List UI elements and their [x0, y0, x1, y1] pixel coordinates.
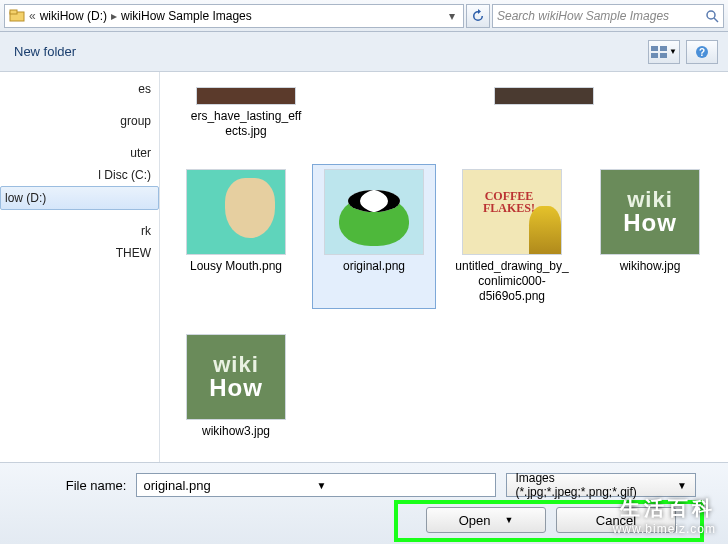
crumb-folder[interactable]: wikiHow Sample Images	[121, 9, 252, 23]
chevron-right-icon: ▸	[111, 9, 117, 23]
file-label: untitled_drawing_by_conlimic000-d5i69o5.…	[455, 259, 569, 304]
filename-label: File name:	[54, 478, 126, 493]
nav-item[interactable]: es	[0, 78, 159, 100]
open-button[interactable]: Open ▼	[426, 507, 546, 533]
dropdown-icon[interactable]: ▼	[316, 480, 489, 491]
svg-rect-7	[660, 53, 667, 58]
file-item[interactable]	[482, 82, 606, 114]
refresh-button[interactable]	[466, 4, 490, 28]
file-filter-select[interactable]: Images (*.jpg;*.jpeg;*.png;*.gif) ▼	[506, 473, 696, 497]
file-label: original.png	[343, 259, 405, 274]
thumbnail	[324, 169, 424, 255]
nav-item[interactable]: l Disc (C:)	[0, 164, 159, 186]
thumbnail	[196, 87, 296, 105]
file-item[interactable]: wikiHow wikihow.jpg	[588, 164, 712, 309]
file-item[interactable]: wikiHow wikihow3.jpg	[174, 329, 298, 444]
file-label: wikihow.jpg	[620, 259, 681, 274]
svg-rect-4	[651, 46, 658, 51]
filename-value: original.png	[143, 478, 316, 493]
thumbnail: wikiHow	[186, 334, 286, 420]
file-label: ers_have_lasting_effects.jpg	[189, 109, 303, 139]
svg-rect-1	[10, 10, 17, 14]
filename-input[interactable]: original.png ▼	[136, 473, 496, 497]
refresh-icon	[471, 9, 485, 23]
search-icon	[705, 9, 719, 23]
crumb-drive[interactable]: wikiHow (D:)	[40, 9, 107, 23]
thumbnails-icon	[651, 46, 667, 58]
svg-line-3	[714, 18, 718, 22]
dropdown-icon: ▼	[677, 480, 687, 491]
address-bar: « wikiHow (D:) ▸ wikiHow Sample Images ▾…	[0, 0, 728, 32]
file-item-selected[interactable]: original.png	[312, 164, 436, 309]
file-list: ers_have_lasting_effects.jpg Lousy Mouth…	[160, 72, 728, 462]
svg-rect-5	[660, 46, 667, 51]
file-item[interactable]: untitled_drawing_by_conlimic000-d5i69o5.…	[450, 164, 574, 309]
cancel-button[interactable]: Cancel	[556, 507, 676, 533]
help-icon: ?	[695, 45, 709, 59]
svg-text:?: ?	[699, 47, 705, 58]
dropdown-icon[interactable]: ▾	[449, 9, 455, 23]
file-label: wikihow3.jpg	[202, 424, 270, 439]
svg-point-2	[707, 11, 715, 19]
search-input[interactable]: Search wikiHow Sample Images	[492, 4, 724, 28]
thumbnail	[494, 87, 594, 105]
nav-item[interactable]: group	[0, 110, 159, 132]
help-button[interactable]: ?	[686, 40, 718, 64]
nav-item[interactable]: uter	[0, 142, 159, 164]
folder-icon	[9, 8, 25, 24]
breadcrumb[interactable]: « wikiHow (D:) ▸ wikiHow Sample Images ▾	[4, 4, 464, 28]
nav-item[interactable]: THEW	[0, 242, 159, 264]
thumbnail: wikiHow	[600, 169, 700, 255]
thumbnail	[186, 169, 286, 255]
chevron-icon: «	[29, 9, 36, 23]
file-item[interactable]: ers_have_lasting_effects.jpg	[184, 82, 308, 144]
main-area: es group uter l Disc (C:) low (D:) rk TH…	[0, 72, 728, 462]
nav-item-selected[interactable]: low (D:)	[0, 186, 159, 210]
split-dropdown-icon[interactable]: ▼	[504, 515, 513, 525]
new-folder-button[interactable]: New folder	[10, 42, 80, 61]
toolbar: New folder ▼ ?	[0, 32, 728, 72]
nav-tree[interactable]: es group uter l Disc (C:) low (D:) rk TH…	[0, 72, 160, 462]
bottom-panel: File name: original.png ▼ Images (*.jpg;…	[0, 462, 728, 544]
thumbnail	[462, 169, 562, 255]
svg-rect-6	[651, 53, 658, 58]
view-button[interactable]: ▼	[648, 40, 680, 64]
filter-value: Images (*.jpg;*.jpeg;*.png;*.gif)	[515, 471, 671, 499]
search-placeholder: Search wikiHow Sample Images	[497, 9, 669, 23]
nav-item[interactable]: rk	[0, 220, 159, 242]
file-label: Lousy Mouth.png	[190, 259, 282, 274]
dropdown-icon: ▼	[669, 47, 677, 56]
file-item[interactable]: Lousy Mouth.png	[174, 164, 298, 309]
